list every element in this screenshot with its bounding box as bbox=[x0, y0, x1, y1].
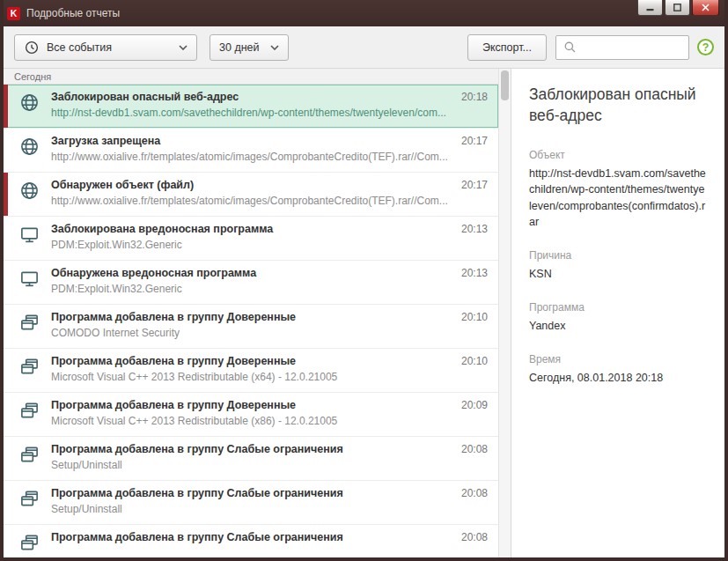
details-fields: Объект http://nst-devdb1.svam.com/saveth… bbox=[529, 149, 707, 386]
event-title: Программа добавлена в группу Доверенные bbox=[51, 399, 451, 411]
event-list-pane: Сегодня Заблокирован опасный веб-адрес 2… bbox=[4, 69, 498, 557]
close-icon bbox=[702, 4, 710, 11]
event-row[interactable]: Программа добавлена в группу Слабые огра… bbox=[4, 525, 498, 557]
event-row[interactable]: Заблокирован опасный веб-адрес 20:18 htt… bbox=[4, 85, 498, 129]
date-group-header: Сегодня bbox=[4, 69, 498, 85]
main-area: Сегодня Заблокирован опасный веб-адрес 2… bbox=[4, 69, 724, 557]
event-row[interactable]: Загрузка запрещена 20:17 http://www.oxia… bbox=[4, 129, 498, 173]
field-label: Время bbox=[529, 353, 707, 365]
search-box bbox=[555, 35, 689, 60]
events-filter-dropdown[interactable]: Все события bbox=[14, 34, 197, 61]
monitor-icon bbox=[18, 225, 40, 245]
globe-icon bbox=[18, 92, 40, 113]
event-row[interactable]: Обнаружена вредоносная программа 20:13 P… bbox=[4, 261, 498, 305]
chevron-down-icon bbox=[179, 45, 188, 50]
event-title: Программа добавлена в группу Слабые огра… bbox=[51, 443, 451, 455]
field-value: Yandex bbox=[529, 318, 707, 334]
event-row[interactable]: Заблокирована вредоносная программа 20:1… bbox=[4, 217, 498, 261]
close-button[interactable] bbox=[692, 0, 719, 16]
event-time: 20:09 bbox=[461, 399, 488, 411]
maximize-icon bbox=[673, 4, 681, 11]
details-pane: Заблокирован опасный веб-адрес Объект ht… bbox=[511, 69, 724, 557]
event-row[interactable]: Программа добавлена в группу Доверенные … bbox=[4, 305, 498, 349]
event-title: Обнаружена вредоносная программа bbox=[51, 267, 451, 279]
event-title: Программа добавлена в группу Слабые огра… bbox=[51, 531, 451, 543]
event-subtitle: PDM:Exploit.Win32.Generic bbox=[51, 283, 488, 295]
event-time: 20:17 bbox=[461, 135, 488, 147]
event-time: 20:17 bbox=[461, 179, 488, 191]
event-time: 20:08 bbox=[461, 487, 488, 499]
field-value: Сегодня, 08.01.2018 20:18 bbox=[529, 370, 707, 386]
monitor-icon bbox=[18, 269, 40, 289]
globe-icon bbox=[18, 181, 40, 201]
event-subtitle: COMODO Internet Security bbox=[51, 327, 488, 339]
event-time: 20:10 bbox=[461, 311, 488, 323]
event-time: 20:08 bbox=[461, 443, 488, 455]
details-field: Программа Yandex bbox=[529, 301, 707, 334]
field-label: Объект bbox=[529, 149, 707, 161]
event-subtitle: http://www.oxialive.fr/templates/atomic/… bbox=[51, 151, 488, 163]
chevron-down-icon bbox=[270, 45, 279, 50]
event-subtitle: Microsoft Visual C++ 2013 Redistributabl… bbox=[51, 415, 488, 427]
event-row[interactable]: Программа добавлена в группу Доверенные … bbox=[4, 349, 498, 393]
event-time: 20:13 bbox=[461, 223, 488, 235]
event-title: Программа добавлена в группу Доверенные bbox=[51, 355, 451, 367]
minimize-icon bbox=[646, 4, 654, 11]
window-content: Все события 30 дней Экспорт... ? Сего bbox=[4, 26, 724, 557]
event-row[interactable]: Программа добавлена в группу Слабые огра… bbox=[4, 481, 498, 525]
event-time: 20:18 bbox=[461, 91, 488, 103]
search-icon bbox=[563, 41, 577, 54]
event-subtitle: PDM:Exploit.Win32.Generic bbox=[51, 239, 488, 251]
event-title: Заблокирован опасный веб-адрес bbox=[51, 91, 451, 103]
event-list: Заблокирован опасный веб-адрес 20:18 htt… bbox=[4, 85, 498, 557]
period-filter-label: 30 дней bbox=[219, 41, 260, 54]
details-title: Заблокирован опасный веб-адрес bbox=[529, 85, 707, 126]
event-subtitle: http://nst-devdb1.svam.com/savethechildr… bbox=[51, 107, 488, 119]
app-windows-icon bbox=[18, 313, 40, 333]
app-windows-icon bbox=[18, 445, 40, 465]
event-time: 20:10 bbox=[461, 355, 488, 367]
scrollbar-thumb[interactable] bbox=[501, 70, 509, 100]
maximize-button[interactable] bbox=[665, 0, 690, 16]
event-row[interactable]: Программа добавлена в группу Доверенные … bbox=[4, 393, 498, 437]
help-icon: ? bbox=[702, 41, 710, 54]
event-title: Заблокирована вредоносная программа bbox=[51, 223, 451, 235]
period-filter-dropdown[interactable]: 30 дней bbox=[210, 34, 289, 61]
event-title: Программа добавлена в группу Доверенные bbox=[51, 311, 451, 323]
reports-window: K Подробные отчеты Все события bbox=[0, 0, 728, 561]
event-subtitle: Microsoft Visual C++ 2013 Redistributabl… bbox=[51, 371, 488, 383]
event-subtitle: Setup/Uninstall bbox=[51, 503, 488, 515]
field-label: Причина bbox=[529, 249, 707, 262]
event-row[interactable]: Обнаружен объект (файл) 20:17 http://www… bbox=[4, 173, 498, 217]
event-subtitle: Setup/Uninstall bbox=[51, 459, 488, 471]
titlebar[interactable]: K Подробные отчеты bbox=[4, 0, 724, 26]
event-title: Обнаружен объект (файл) bbox=[51, 179, 451, 191]
field-value: KSN bbox=[529, 266, 707, 282]
events-filter-label: Все события bbox=[47, 41, 112, 54]
app-windows-icon bbox=[18, 533, 40, 553]
details-field: Причина KSN bbox=[529, 249, 707, 282]
app-windows-icon bbox=[18, 357, 40, 377]
event-title: Загрузка запрещена bbox=[51, 135, 451, 147]
app-windows-icon bbox=[18, 401, 40, 421]
toolbar: Все события 30 дней Экспорт... ? bbox=[4, 26, 724, 69]
kaspersky-logo-icon: K bbox=[7, 7, 20, 20]
export-button-label: Экспорт... bbox=[482, 41, 532, 54]
search-input[interactable] bbox=[582, 41, 681, 54]
event-time: 20:13 bbox=[461, 267, 488, 279]
export-button[interactable]: Экспорт... bbox=[467, 34, 547, 61]
event-subtitle: http://www.oxialive.fr/templates/atomic/… bbox=[51, 195, 488, 207]
scrollbar[interactable] bbox=[498, 69, 511, 557]
help-button[interactable]: ? bbox=[697, 39, 714, 55]
field-value: http://nst-devdb1.svam.com/savethechildr… bbox=[529, 166, 707, 230]
globe-icon bbox=[18, 137, 40, 157]
event-time: 20:08 bbox=[461, 531, 488, 543]
details-field: Время Сегодня, 08.01.2018 20:18 bbox=[529, 353, 707, 386]
event-row[interactable]: Программа добавлена в группу Слабые огра… bbox=[4, 437, 498, 481]
event-title: Программа добавлена в группу Слабые огра… bbox=[51, 487, 451, 499]
minimize-button[interactable] bbox=[637, 0, 663, 16]
window-title: Подробные отчеты bbox=[26, 7, 120, 19]
details-field: Объект http://nst-devdb1.svam.com/saveth… bbox=[529, 149, 707, 230]
app-windows-icon bbox=[18, 489, 40, 509]
window-controls bbox=[637, 0, 719, 16]
